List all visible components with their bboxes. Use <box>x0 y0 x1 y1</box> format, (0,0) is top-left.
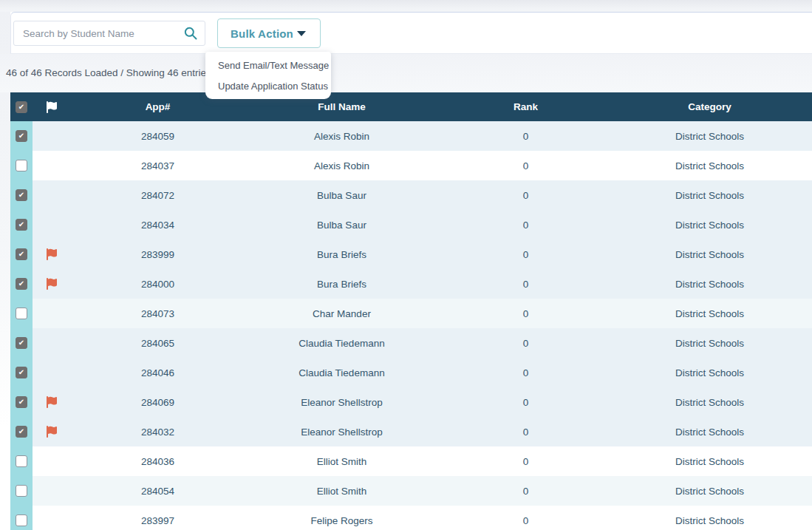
row-full-name: Bura Briefs <box>250 239 434 269</box>
table-row[interactable]: ✔ 284037 Alexis Robin 0 District Schools <box>10 151 812 180</box>
row-full-name: Bulba Saur <box>250 180 434 210</box>
row-full-name: Felipe Rogers <box>250 506 434 530</box>
row-filler <box>802 210 812 239</box>
row-app-number: 283999 <box>66 239 250 269</box>
check-icon: ✔ <box>18 221 24 228</box>
row-app-number: 284032 <box>66 417 250 446</box>
row-category: District Schools <box>618 446 802 476</box>
row-flag-cell <box>33 506 66 530</box>
records-status-text: 46 of 46 Records Loaded / Showing 46 ent… <box>6 67 225 78</box>
row-filler <box>802 269 812 299</box>
row-checkbox[interactable]: ✔ <box>16 308 27 319</box>
table-row[interactable]: ✔ 284059 Alexis Robin 0 District Schools <box>10 121 812 151</box>
table-row[interactable]: ✔ 284072 Bulba Saur 0 District Schools <box>10 180 812 210</box>
table-header-row: ✔ App# Full Name Rank Category <box>10 92 812 121</box>
row-checkbox[interactable]: ✔ <box>16 514 27 526</box>
row-checkbox[interactable]: ✔ <box>16 485 27 497</box>
bulk-action-button[interactable]: Bulk Action <box>217 18 321 48</box>
row-flag-cell <box>33 210 66 239</box>
table-row[interactable]: ✔ 284000 Bura Briefs 0 District Schools <box>10 269 812 299</box>
column-header-category[interactable]: Category <box>618 92 802 121</box>
search-icon[interactable] <box>183 26 198 41</box>
row-checkbox[interactable]: ✔ <box>16 278 27 290</box>
row-category: District Schools <box>618 358 802 387</box>
row-checkbox-cell: ✔ <box>10 151 33 180</box>
row-full-name: Eleanor Shellstrop <box>250 387 434 417</box>
flag-icon <box>46 396 58 408</box>
table-row[interactable]: ✔ 284034 Bulba Saur 0 District Schools <box>10 210 812 239</box>
row-app-number: 284034 <box>66 210 250 239</box>
table-row[interactable]: ✔ 284046 Claudia Tiedemann 0 District Sc… <box>10 358 812 387</box>
flag-icon <box>46 248 58 260</box>
row-checkbox[interactable]: ✔ <box>16 426 27 438</box>
row-category: District Schools <box>618 121 802 151</box>
table-body: ✔ 284059 Alexis Robin 0 District Schools… <box>10 121 812 530</box>
row-full-name: Char Mander <box>250 299 434 328</box>
row-category: District Schools <box>618 239 802 269</box>
row-app-number: 284073 <box>66 299 250 328</box>
row-flag-cell <box>33 328 66 358</box>
table-row[interactable]: ✔ 283999 Bura Briefs 0 District Schools <box>10 239 812 269</box>
table-row[interactable]: ✔ 284036 Elliot Smith 0 District Schools <box>10 446 812 476</box>
select-all-checkbox[interactable]: ✔ <box>16 101 27 113</box>
row-full-name: Claudia Tiedemann <box>250 358 434 387</box>
table-row[interactable]: ✔ 284065 Claudia Tiedemann 0 District Sc… <box>10 328 812 358</box>
row-checkbox[interactable]: ✔ <box>16 396 27 408</box>
menu-item-update-application-status[interactable]: Update Application Status <box>205 75 331 96</box>
row-app-number: 284037 <box>66 151 250 180</box>
row-category: District Schools <box>618 180 802 210</box>
row-checkbox-cell: ✔ <box>10 358 33 387</box>
row-full-name: Alexis Robin <box>250 121 434 151</box>
row-checkbox[interactable]: ✔ <box>16 160 27 171</box>
table-row[interactable]: ✔ 284054 Elliot Smith 0 District Schools <box>10 476 812 506</box>
table-row[interactable]: ✔ 284032 Eleanor Shellstrop 0 District S… <box>10 417 812 446</box>
check-icon: ✔ <box>18 103 24 111</box>
row-checkbox[interactable]: ✔ <box>16 130 27 142</box>
check-icon: ✔ <box>18 251 24 258</box>
table-row[interactable]: ✔ 284073 Char Mander 0 District Schools <box>10 299 812 328</box>
row-rank: 0 <box>434 239 618 269</box>
row-flag-cell <box>33 151 66 180</box>
bulk-action-menu: Send Email/Text Message Update Applicati… <box>205 52 331 99</box>
flag-icon <box>46 101 58 113</box>
row-flag-cell <box>33 239 66 269</box>
row-category: District Schools <box>618 506 802 530</box>
row-checkbox-cell: ✔ <box>10 328 33 358</box>
row-checkbox[interactable]: ✔ <box>16 455 27 467</box>
check-icon: ✔ <box>18 191 24 199</box>
row-rank: 0 <box>434 417 618 446</box>
row-rank: 0 <box>434 506 618 530</box>
row-checkbox-cell: ✔ <box>10 476 33 506</box>
row-filler <box>802 446 812 476</box>
row-category: District Schools <box>618 387 802 417</box>
row-checkbox-cell: ✔ <box>10 299 33 328</box>
row-checkbox[interactable]: ✔ <box>16 248 27 260</box>
search-input[interactable] <box>13 21 205 46</box>
row-checkbox[interactable]: ✔ <box>16 367 27 378</box>
row-app-number: 284036 <box>66 446 250 476</box>
row-rank: 0 <box>434 328 618 358</box>
row-app-number: 284059 <box>66 121 250 151</box>
row-rank: 0 <box>434 387 618 417</box>
row-full-name: Elliot Smith <box>250 476 434 506</box>
row-checkbox-cell: ✔ <box>10 387 33 417</box>
row-checkbox-cell: ✔ <box>10 506 33 530</box>
row-checkbox[interactable]: ✔ <box>16 337 27 349</box>
row-flag-cell <box>33 446 66 476</box>
flag-icon <box>46 426 58 438</box>
table-row[interactable]: ✔ 284069 Eleanor Shellstrop 0 District S… <box>10 387 812 417</box>
row-rank: 0 <box>434 121 618 151</box>
row-filler <box>802 328 812 358</box>
row-rank: 0 <box>434 476 618 506</box>
row-checkbox[interactable]: ✔ <box>16 219 27 231</box>
menu-item-send-email-text-message[interactable]: Send Email/Text Message <box>205 55 331 75</box>
row-filler <box>802 417 812 446</box>
row-filler <box>802 506 812 530</box>
table-row[interactable]: ✔ 283997 Felipe Rogers 0 District School… <box>10 506 812 530</box>
row-filler <box>802 476 812 506</box>
row-checkbox[interactable]: ✔ <box>16 189 27 201</box>
row-category: District Schools <box>618 269 802 299</box>
column-header-rank[interactable]: Rank <box>434 92 618 121</box>
row-rank: 0 <box>434 269 618 299</box>
row-checkbox-cell: ✔ <box>10 446 33 476</box>
